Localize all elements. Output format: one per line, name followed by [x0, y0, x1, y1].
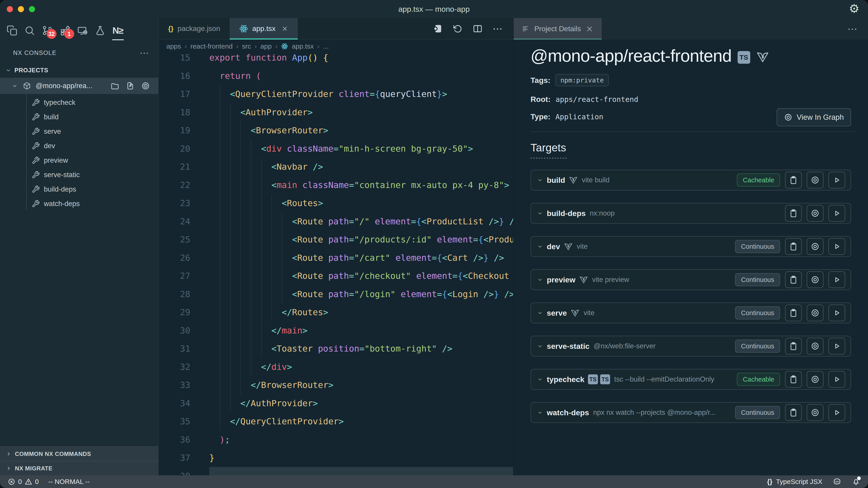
- sidebar-target-typecheck[interactable]: typecheck: [0, 95, 158, 110]
- sidebar-section-nx-migrate[interactable]: NX MIGRATE: [0, 461, 158, 475]
- copy-button[interactable]: [785, 172, 802, 188]
- close-tab-icon[interactable]: [281, 25, 288, 32]
- more-actions-icon[interactable]: ⋯: [493, 27, 503, 30]
- maximize-window-button[interactable]: [29, 6, 35, 12]
- remote-explorer-icon[interactable]: [74, 22, 91, 39]
- copy-button[interactable]: [785, 205, 802, 222]
- folder-icon[interactable]: [110, 81, 119, 90]
- problems-indicator[interactable]: 0 0: [8, 478, 39, 486]
- view-in-graph-button[interactable]: [807, 304, 824, 321]
- code-line[interactable]: 15export function App() {: [159, 53, 513, 67]
- breadcrumb-item[interactable]: app: [260, 42, 272, 50]
- run-target-button[interactable]: [829, 205, 845, 222]
- copy-button[interactable]: [785, 371, 802, 388]
- chevron-down-icon[interactable]: [537, 343, 543, 349]
- target-card-typecheck[interactable]: typecheck TSTS tsc --build --emitDeclara…: [530, 369, 851, 390]
- run-target-button[interactable]: [829, 304, 845, 321]
- projects-section-header[interactable]: PROJECTS: [0, 63, 158, 78]
- code-line[interactable]: 21 <Navbar />: [159, 158, 513, 176]
- target-card-preview[interactable]: preview vite preview Continuous: [530, 269, 851, 290]
- nx-console-icon[interactable]: N≥: [109, 22, 127, 39]
- view-in-graph-button[interactable]: View In Graph: [777, 108, 851, 126]
- view-in-graph-button[interactable]: [807, 338, 824, 355]
- code-line[interactable]: 28 <Route path="/login" element={<Login …: [159, 285, 513, 303]
- run-target-button[interactable]: [829, 371, 845, 388]
- sidebar-section-common-nx-commands[interactable]: COMMON NX COMMANDS: [0, 447, 158, 461]
- chevron-down-icon[interactable]: [537, 410, 543, 416]
- close-window-button[interactable]: [7, 6, 13, 12]
- run-target-button[interactable]: [829, 404, 845, 421]
- breadcrumb-item[interactable]: app.tsx: [292, 42, 314, 50]
- chevron-down-icon[interactable]: [537, 376, 543, 383]
- breadcrumb-item[interactable]: react-frontend: [190, 42, 232, 50]
- code-line[interactable]: 32 </div>: [159, 358, 513, 376]
- breadcrumb-item[interactable]: ...: [323, 42, 329, 50]
- view-more-icon[interactable]: ⋯: [140, 51, 149, 55]
- code-line[interactable]: 18 <AuthProvider>: [159, 103, 513, 122]
- sidebar-target-serve[interactable]: serve: [0, 124, 158, 139]
- copy-button[interactable]: [785, 238, 802, 255]
- tab-app-tsx[interactable]: app.tsx: [230, 18, 298, 39]
- code-line[interactable]: 19 <BrowserRouter>: [159, 121, 513, 140]
- view-in-graph-button[interactable]: [807, 371, 824, 388]
- view-in-graph-button[interactable]: [807, 271, 824, 288]
- code-line[interactable]: 25 <Route path="/products/:id" element={…: [159, 230, 513, 249]
- view-in-graph-button[interactable]: [807, 404, 824, 421]
- target-card-build[interactable]: build vite build Cacheable: [530, 170, 851, 191]
- extensions-icon[interactable]: 1: [56, 22, 74, 39]
- project-row-selected[interactable]: @mono-app/rea...: [0, 78, 158, 94]
- panel-more-icon[interactable]: ⋯: [847, 27, 868, 31]
- notifications-bell[interactable]: [852, 477, 860, 486]
- chevron-down-icon[interactable]: [537, 276, 543, 283]
- target-card-dev[interactable]: dev vite Continuous: [530, 236, 851, 257]
- sidebar-target-serve-static[interactable]: serve-static: [0, 168, 158, 182]
- code-line[interactable]: 16 return (: [159, 67, 513, 85]
- sidebar-target-watch-deps[interactable]: watch-deps: [0, 197, 158, 211]
- copy-button[interactable]: [785, 304, 802, 321]
- code-line[interactable]: 23 <Routes>: [159, 194, 513, 213]
- split-editor-icon[interactable]: [473, 24, 483, 34]
- gear-icon[interactable]: ⚙: [849, 3, 860, 14]
- sidebar-target-dev[interactable]: dev: [0, 139, 158, 153]
- copy-button[interactable]: [785, 271, 802, 288]
- run-target-button[interactable]: [829, 172, 845, 188]
- search-icon[interactable]: [21, 22, 38, 39]
- view-in-graph-button[interactable]: [807, 172, 824, 188]
- chevron-down-icon[interactable]: [537, 243, 543, 250]
- target-card-watch-deps[interactable]: watch-deps npx nx watch --projects @mono…: [530, 402, 851, 423]
- minimize-window-button[interactable]: [18, 6, 24, 12]
- code-line[interactable]: 22 <main className="container mx-auto px…: [159, 176, 513, 194]
- code-line[interactable]: 38: [159, 467, 513, 476]
- refresh-icon[interactable]: [453, 24, 463, 34]
- target-icon[interactable]: [141, 81, 150, 90]
- view-in-graph-button[interactable]: [807, 205, 824, 222]
- sidebar-target-build[interactable]: build: [0, 110, 158, 124]
- code-line[interactable]: 29 </Routes>: [159, 303, 513, 322]
- run-target-button[interactable]: [829, 271, 845, 288]
- close-tab-icon[interactable]: [585, 25, 594, 33]
- open-config-file-icon[interactable]: [126, 81, 135, 90]
- code-line[interactable]: 33 </BrowserRouter>: [159, 376, 513, 394]
- code-line[interactable]: 27 <Route path="/checkout" element={<Che…: [159, 267, 513, 285]
- code-line[interactable]: 26 <Route path="/cart" element={<Cart />…: [159, 249, 513, 267]
- code-line[interactable]: 34 </AuthProvider>: [159, 394, 513, 413]
- code-line[interactable]: 17 <QueryClientProvider client={queryCli…: [159, 85, 513, 103]
- code-line[interactable]: 20 <div className="min-h-screen bg-gray-…: [159, 140, 513, 158]
- copy-button[interactable]: [785, 404, 802, 421]
- run-target-config-icon[interactable]: [433, 24, 443, 34]
- copy-button[interactable]: [785, 338, 802, 355]
- code-line[interactable]: 30 </main>: [159, 322, 513, 340]
- view-in-graph-button[interactable]: [807, 238, 824, 255]
- sidebar-target-build-deps[interactable]: build-deps: [0, 182, 158, 197]
- target-card-serve[interactable]: serve vite Continuous: [530, 302, 851, 323]
- chevron-down-icon[interactable]: [537, 310, 543, 316]
- code-line[interactable]: 36 );: [159, 431, 513, 449]
- explorer-icon[interactable]: [3, 22, 21, 39]
- source-control-icon[interactable]: 32: [38, 22, 56, 39]
- chevron-down-icon[interactable]: [537, 210, 543, 217]
- breadcrumb-item[interactable]: apps: [166, 42, 181, 50]
- code-line[interactable]: 35 </QueryClientProvider>: [159, 412, 513, 431]
- chevron-down-icon[interactable]: [537, 177, 543, 183]
- code-editor[interactable]: 15export function App() {16 return (17 <…: [159, 53, 513, 475]
- run-target-button[interactable]: [829, 238, 845, 255]
